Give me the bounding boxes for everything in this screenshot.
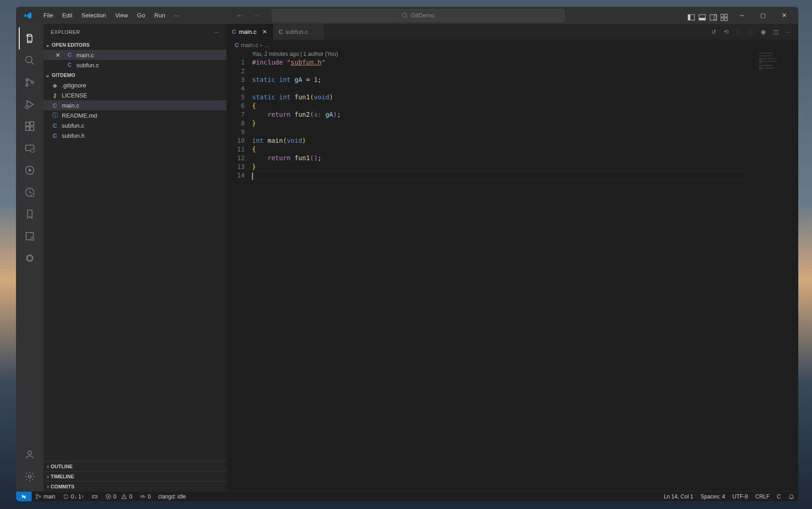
tree-license[interactable]: ⚷ LICENSE bbox=[43, 90, 226, 100]
split-icon[interactable]: ◫ bbox=[771, 27, 780, 36]
run-icon[interactable]: ◉ bbox=[759, 27, 768, 36]
status-branch[interactable]: main bbox=[32, 492, 59, 502]
svg-point-32 bbox=[36, 494, 38, 496]
menu-more-icon[interactable]: ··· bbox=[170, 10, 184, 21]
section-open-editors[interactable]: ⌄ OPEN EDITORS bbox=[43, 40, 226, 50]
activity-bookmarks-icon[interactable] bbox=[19, 203, 41, 225]
tab-label: subfun.c bbox=[285, 28, 308, 35]
chevron-down-icon: ⌄ bbox=[45, 72, 50, 78]
more-icon[interactable]: ··· bbox=[784, 27, 793, 36]
menu-run[interactable]: Run bbox=[150, 10, 170, 21]
main-body: EXPLORER ··· ⌄ OPEN EDITORS ✕ C main.c C… bbox=[16, 24, 798, 491]
close-button[interactable]: ✕ bbox=[774, 7, 795, 24]
title-bar: File Edit Selection View Go Run ··· ← → … bbox=[16, 7, 798, 24]
command-center[interactable]: GitDemo bbox=[272, 9, 565, 22]
layout-sidebar-right-icon[interactable] bbox=[708, 12, 715, 19]
info-icon: ⓘ bbox=[51, 111, 59, 119]
status-bar: main 0↓ 1↑ 0 0 0 clangd: idle Ln 14, Col… bbox=[16, 491, 798, 501]
activity-remote-icon[interactable] bbox=[19, 137, 41, 159]
breadcrumb[interactable]: C main.c › ... bbox=[226, 40, 798, 50]
clangd-text: clangd: idle bbox=[158, 493, 186, 500]
activity-search-icon[interactable] bbox=[19, 49, 41, 71]
chevron-right-icon: › bbox=[47, 464, 49, 469]
tree-subfun-h[interactable]: C subfun.h bbox=[43, 130, 226, 141]
tree-gitignore[interactable]: ◆ .gitignore bbox=[43, 80, 226, 90]
status-indent[interactable]: Spaces: 4 bbox=[697, 492, 729, 502]
status-sync[interactable]: 0↓ 1↑ bbox=[59, 492, 88, 502]
chevron-down-icon: ⌄ bbox=[45, 42, 50, 48]
close-icon[interactable]: ✕ bbox=[262, 28, 267, 35]
next-icon[interactable]: ◌ bbox=[747, 27, 755, 36]
status-clangd[interactable]: clangd: idle bbox=[155, 492, 190, 502]
layout-panel-icon[interactable] bbox=[697, 12, 704, 19]
menu-file[interactable]: File bbox=[39, 10, 58, 21]
section-folder[interactable]: ⌄ GITDEMO bbox=[43, 70, 226, 80]
code-area[interactable]: You, 2 minutes ago | 1 author (You) #inc… bbox=[252, 50, 798, 491]
status-encoding[interactable]: UTF-8 bbox=[729, 492, 752, 502]
activity-testing-icon[interactable] bbox=[19, 159, 41, 181]
tab-subfun-c[interactable]: C subfun.c ✕ bbox=[273, 24, 325, 40]
svg-line-13 bbox=[31, 62, 34, 65]
file-name: main.c bbox=[62, 102, 79, 109]
tabs-bar: C main.c ✕ C subfun.c ✕ ↺ ⟲ ◌ ◌ ◉ ◫ ··· bbox=[226, 24, 798, 40]
status-remote-icon[interactable] bbox=[16, 492, 32, 502]
activity-explorer-icon[interactable] bbox=[19, 27, 41, 49]
activity-bar bbox=[16, 24, 43, 491]
close-icon[interactable]: ✕ bbox=[55, 52, 63, 59]
open-editor-subfun-c[interactable]: C subfun.c bbox=[43, 60, 226, 70]
history-icon[interactable]: ↺ bbox=[710, 27, 718, 36]
sidebar-more-icon[interactable]: ··· bbox=[214, 29, 219, 35]
prev-icon[interactable]: ◌ bbox=[734, 27, 743, 36]
status-eol[interactable]: CRLF bbox=[752, 492, 773, 502]
tree-subfun-c[interactable]: C subfun.c bbox=[43, 120, 226, 130]
svg-rect-7 bbox=[714, 15, 716, 20]
window-controls: ─ ▢ ✕ bbox=[731, 7, 795, 24]
menu-selection[interactable]: Selection bbox=[77, 10, 110, 21]
section-commits[interactable]: ›COMMITS bbox=[43, 481, 226, 491]
nav-arrows: ← → bbox=[234, 11, 262, 21]
sync-text: 0↓ 1↑ bbox=[71, 493, 84, 500]
activity-settings-icon[interactable] bbox=[19, 466, 41, 487]
nav-forward-icon[interactable]: → bbox=[251, 11, 262, 21]
status-language[interactable]: C bbox=[773, 492, 785, 502]
code-lens[interactable]: You, 2 minutes ago | 1 author (You) bbox=[252, 50, 798, 58]
editor-area: C main.c ✕ C subfun.c ✕ ↺ ⟲ ◌ ◌ ◉ ◫ ··· bbox=[226, 24, 798, 491]
activity-extensions-icon[interactable] bbox=[19, 115, 41, 137]
menu-view[interactable]: View bbox=[111, 10, 133, 21]
section-timeline[interactable]: ›TIMELINE bbox=[43, 471, 226, 481]
activity-source-control-icon[interactable] bbox=[19, 71, 41, 93]
maximize-button[interactable]: ▢ bbox=[753, 7, 774, 24]
vscode-logo-icon bbox=[22, 10, 33, 21]
editor-content[interactable]: 1234567891011121314 You, 2 minutes ago |… bbox=[226, 50, 798, 491]
svg-point-34 bbox=[39, 496, 41, 498]
file-name: LICENSE bbox=[62, 92, 87, 99]
tab-main-c[interactable]: C main.c ✕ bbox=[226, 24, 273, 40]
activity-timeline-icon[interactable] bbox=[19, 181, 41, 203]
status-cursor-pos[interactable]: Ln 14, Col 1 bbox=[660, 492, 697, 502]
status-ports[interactable] bbox=[88, 492, 102, 502]
activity-accounts-icon[interactable] bbox=[19, 444, 41, 466]
status-live[interactable]: 0 bbox=[136, 492, 155, 502]
open-editor-main-c[interactable]: ✕ C main.c bbox=[43, 50, 226, 60]
breadcrumb-file: main.c bbox=[241, 42, 258, 49]
menu-edit[interactable]: Edit bbox=[58, 10, 77, 21]
search-placeholder: GitDemo bbox=[411, 12, 434, 19]
status-problems[interactable]: 0 0 bbox=[102, 492, 136, 502]
svg-rect-18 bbox=[26, 122, 29, 126]
minimap[interactable] bbox=[748, 50, 798, 491]
status-bell-icon[interactable] bbox=[785, 492, 798, 502]
svg-point-15 bbox=[26, 84, 28, 87]
tree-main-c[interactable]: C main.c bbox=[43, 100, 226, 110]
nav-back-icon[interactable]: ← bbox=[234, 11, 245, 21]
svg-rect-5 bbox=[699, 18, 705, 20]
tree-readme[interactable]: ⓘ README.md bbox=[43, 110, 226, 120]
layout-customize-icon[interactable] bbox=[719, 12, 726, 19]
activity-run-debug-icon[interactable] bbox=[19, 93, 41, 115]
layout-sidebar-left-icon[interactable] bbox=[686, 12, 693, 19]
compare-icon[interactable]: ⟲ bbox=[722, 27, 731, 36]
activity-cmake-icon[interactable] bbox=[19, 225, 41, 247]
minimize-button[interactable]: ─ bbox=[731, 7, 753, 24]
section-outline[interactable]: ›OUTLINE bbox=[43, 461, 226, 471]
activity-chip-icon[interactable] bbox=[19, 247, 41, 269]
menu-go[interactable]: Go bbox=[133, 10, 150, 21]
